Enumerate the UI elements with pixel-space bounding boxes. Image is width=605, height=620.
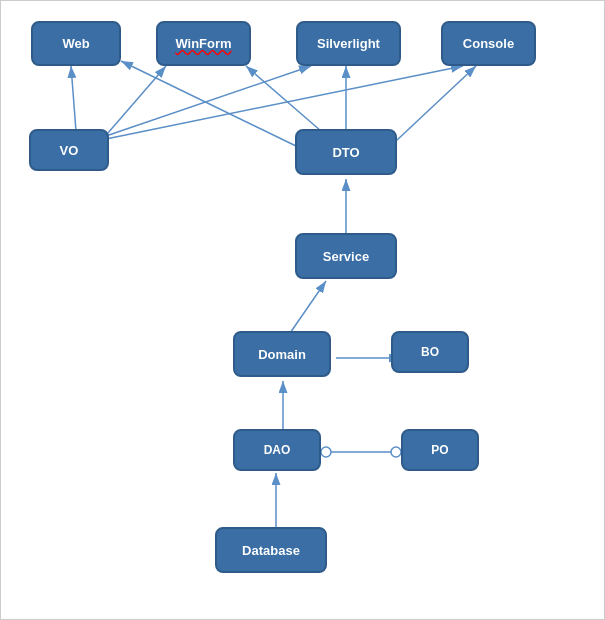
dao-node: DAO — [233, 429, 321, 471]
svg-line-11 — [396, 66, 476, 141]
svg-line-8 — [121, 61, 296, 146]
svg-point-18 — [391, 447, 401, 457]
vo-node: VO — [29, 129, 109, 171]
svg-line-7 — [106, 66, 463, 139]
database-node: Database — [215, 527, 327, 573]
svg-line-6 — [106, 66, 311, 136]
svg-line-13 — [288, 281, 326, 336]
dto-node: DTO — [295, 129, 397, 175]
bo-node: BO — [391, 331, 469, 373]
console-node: Console — [441, 21, 536, 66]
architecture-diagram: Web WinForm Silverlight Console VO DTO S… — [1, 1, 605, 620]
web-node: Web — [31, 21, 121, 66]
po-node: PO — [401, 429, 479, 471]
svg-line-9 — [246, 66, 321, 131]
service-node: Service — [295, 233, 397, 279]
svg-line-5 — [101, 66, 166, 141]
svg-line-4 — [71, 66, 76, 131]
silverlight-node: Silverlight — [296, 21, 401, 66]
domain-node: Domain — [233, 331, 331, 377]
winform-node: WinForm — [156, 21, 251, 66]
svg-point-16 — [321, 447, 331, 457]
